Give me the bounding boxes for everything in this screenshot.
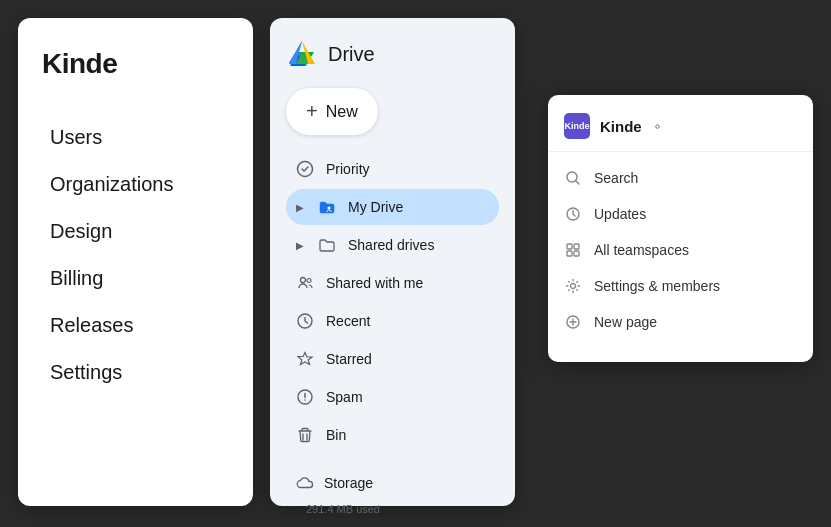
- workspace-header: Kinde Kinde ⋄: [548, 109, 813, 152]
- drive-panel: Drive + New Priority ▶: [270, 18, 515, 506]
- svg-rect-22: [574, 244, 579, 249]
- drive-nav-storage[interactable]: Storage: [296, 465, 373, 501]
- drive-nav-priority-label: Priority: [326, 161, 370, 177]
- storage-usage: 291.4 MB used: [296, 503, 489, 515]
- workspace-icon: Kinde: [564, 113, 590, 139]
- drive-logo-icon: [286, 38, 318, 70]
- workspace-menu-settings[interactable]: Settings & members: [548, 268, 813, 304]
- svg-point-18: [304, 399, 306, 401]
- plus-circle-icon: [564, 313, 582, 331]
- drive-nav-my-drive[interactable]: ▶ My Drive: [286, 189, 499, 225]
- new-button[interactable]: + New: [286, 88, 378, 135]
- workspace-name: Kinde: [600, 118, 642, 135]
- workspace-menu: Search Updates: [548, 152, 813, 348]
- grid-icon: [564, 241, 582, 259]
- workspace-menu-updates-label: Updates: [594, 206, 646, 222]
- drive-nav-recent[interactable]: Recent: [286, 303, 499, 339]
- arrow-icon: ▶: [296, 202, 304, 213]
- check-circle-icon: [296, 160, 314, 178]
- drive-nav-shared-with-me[interactable]: Shared with me: [286, 265, 499, 301]
- drive-nav-recent-label: Recent: [326, 313, 370, 329]
- drive-nav-bin[interactable]: Bin: [286, 417, 499, 453]
- search-icon: [564, 169, 582, 187]
- sidebar-item-releases[interactable]: Releases: [42, 304, 229, 347]
- drive-header: Drive: [286, 38, 499, 70]
- kinde-logo: Kinde: [42, 48, 229, 80]
- sidebar-item-settings[interactable]: Settings: [42, 351, 229, 394]
- kinde-nav: Users Organizations Design Billing Relea…: [42, 116, 229, 394]
- drive-title: Drive: [328, 43, 375, 66]
- workspace-menu-updates[interactable]: Updates: [548, 196, 813, 232]
- folder-shared-icon: [318, 236, 336, 254]
- updates-icon: [564, 205, 582, 223]
- drive-nav-spam[interactable]: Spam: [286, 379, 499, 415]
- gear-icon: [564, 277, 582, 295]
- sidebar-item-organizations[interactable]: Organizations: [42, 163, 229, 206]
- plus-icon: +: [306, 100, 318, 123]
- workspace-menu-teamspaces-label: All teamspaces: [594, 242, 689, 258]
- workspace-menu-search[interactable]: Search: [548, 160, 813, 196]
- drive-nav-my-drive-label: My Drive: [348, 199, 403, 215]
- svg-point-15: [307, 279, 311, 283]
- workspace-menu-search-label: Search: [594, 170, 638, 186]
- folder-person-icon: [318, 198, 336, 216]
- star-icon: [296, 350, 314, 368]
- chevron-icon: ⋄: [654, 120, 661, 133]
- drive-nav: Priority ▶ My Drive ▶: [286, 151, 499, 453]
- drive-nav-shared-drives[interactable]: ▶ Shared drives: [286, 227, 499, 263]
- storage-section: Storage 291.4 MB used: [286, 465, 499, 515]
- drive-nav-shared-drives-label: Shared drives: [348, 237, 434, 253]
- scene: Kinde Users Organizations Design Billing…: [0, 0, 831, 527]
- workspace-menu-teamspaces[interactable]: All teamspaces: [548, 232, 813, 268]
- svg-point-25: [571, 284, 576, 289]
- workspace-menu-new-page-label: New page: [594, 314, 657, 330]
- cloud-icon: [296, 474, 314, 492]
- drive-nav-spam-label: Spam: [326, 389, 363, 405]
- warning-circle-icon: [296, 388, 314, 406]
- svg-point-14: [301, 278, 306, 283]
- svg-point-13: [328, 207, 331, 210]
- sidebar-item-billing[interactable]: Billing: [42, 257, 229, 300]
- svg-rect-21: [567, 244, 572, 249]
- arrow-icon-2: ▶: [296, 240, 304, 251]
- new-button-label: New: [326, 103, 358, 121]
- workspace-menu-new-page[interactable]: New page: [548, 304, 813, 340]
- sidebar-item-design[interactable]: Design: [42, 210, 229, 253]
- drive-nav-priority[interactable]: Priority: [286, 151, 499, 187]
- workspace-menu-settings-label: Settings & members: [594, 278, 720, 294]
- drive-nav-starred-label: Starred: [326, 351, 372, 367]
- svg-rect-24: [574, 251, 579, 256]
- clock-icon: [296, 312, 314, 330]
- kinde-workspace-panel: Kinde Kinde ⋄ Search: [548, 95, 813, 362]
- drive-nav-starred[interactable]: Starred: [286, 341, 499, 377]
- storage-label: Storage: [324, 475, 373, 491]
- drive-nav-shared-with-me-label: Shared with me: [326, 275, 423, 291]
- workspace-icon-text: Kinde: [564, 121, 589, 131]
- sidebar-item-users[interactable]: Users: [42, 116, 229, 159]
- trash-icon: [296, 426, 314, 444]
- people-icon: [296, 274, 314, 292]
- kinde-panel: Kinde Users Organizations Design Billing…: [18, 18, 253, 506]
- svg-rect-23: [567, 251, 572, 256]
- drive-nav-bin-label: Bin: [326, 427, 346, 443]
